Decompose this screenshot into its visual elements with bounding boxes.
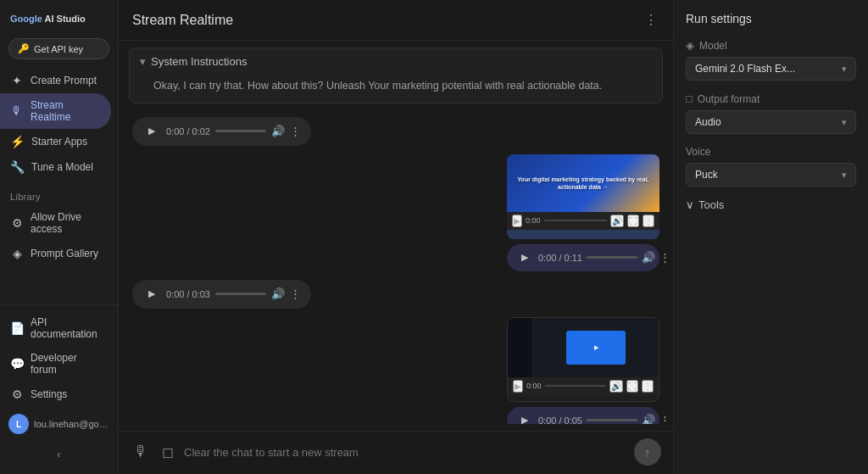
stream-realtime-icon: 🎙 [10, 104, 24, 118]
input-bar: 🎙 ◻ ↑ [119, 431, 673, 474]
audio-time-2: 0:00 / 0:03 [166, 289, 210, 299]
video-progress-2[interactable] [545, 385, 606, 387]
ai-audio-time-2: 0:00 / 0:05 [538, 415, 582, 424]
model-icon: ◈ [686, 39, 694, 52]
sidebar: Google AI Studio 🔑 Get API key ✦ Create … [0, 0, 119, 474]
volume-button-2[interactable]: 🔊 [271, 287, 285, 300]
more-button-audio-1[interactable]: ⋮ [290, 125, 301, 137]
main-header: Stream Realtime ⋮ [119, 0, 673, 41]
video-vol-2[interactable]: 🔊 [609, 380, 623, 393]
dev-forum-icon: 💬 [10, 357, 24, 371]
ai-audio-time-1: 0:00 / 0:11 [538, 253, 582, 263]
video-content-1: Your digital marketing strategy backed b… [507, 154, 659, 212]
sidebar-item-dev-forum[interactable]: 💬 Developer forum [0, 346, 111, 382]
dark-video-sidebar [508, 318, 533, 377]
microphone-button[interactable]: 🎙 [131, 440, 152, 464]
right-panel: Run settings ◈ Model Gemini 2.0 Flash Ex… [673, 0, 868, 474]
sidebar-item-starter-apps[interactable]: ⚡ Starter Apps [0, 129, 111, 154]
video-more-2[interactable]: ⋮ [642, 380, 654, 393]
avatar: L [8, 414, 29, 434]
settings-icon: ⚙ [10, 388, 24, 401]
send-button[interactable]: ↑ [634, 438, 661, 466]
video-thumbnail-2: ▶ ▶ 0:00 🔊 ⛶ ⋮ [507, 317, 659, 402]
gallery-icon: ◈ [10, 247, 24, 260]
video-play-2[interactable]: ▶ [513, 380, 523, 393]
model-label-row: ◈ Model [686, 39, 856, 52]
video-vol-1[interactable]: 🔊 [610, 215, 624, 227]
key-icon: 🔑 [18, 43, 30, 54]
model-section: ◈ Model Gemini 2.0 Flash Ex... ▾ [686, 39, 856, 81]
collapse-sidebar-button[interactable]: ‹ [0, 441, 118, 467]
voice-select[interactable]: Puck ▾ [686, 163, 856, 187]
output-format-icon: □ [686, 92, 693, 105]
sidebar-item-prompt-gallery[interactable]: ◈ Prompt Gallery [0, 241, 111, 266]
user-row[interactable]: L lou.linehan@googlemail... [0, 407, 118, 441]
video-play-1[interactable]: ▶ [512, 215, 522, 227]
ai-volume-1[interactable]: 🔊 [642, 251, 655, 264]
system-instructions-body: Okay, I can try that. How about this? Un… [130, 75, 662, 103]
main-more-button[interactable]: ⋮ [643, 10, 659, 30]
video-text-1: Your digital marketing strategy backed b… [507, 176, 659, 191]
sidebar-header: Google AI Studio [0, 7, 118, 35]
tools-header[interactable]: ∨ Tools [686, 198, 856, 211]
sidebar-bottom: 📄 API documentation 💬 Developer forum ⚙ … [0, 304, 118, 467]
voice-label: Voice [686, 146, 856, 158]
audio-progress-1[interactable] [215, 130, 266, 132]
user-email: lou.linehan@googlemail... [34, 419, 109, 429]
ai-response-block-2: ▶ ▶ 0:00 🔊 ⛶ ⋮ ▶ 0:00 / 0:05 [507, 317, 659, 424]
messages-container: ▶ 0:00 / 0:02 🔊 ⋮ Your digital marketing… [119, 110, 673, 424]
sidebar-item-allow-drive[interactable]: ⚙ Allow Drive access [0, 205, 111, 241]
video-controls-1: ▶ 0:00 🔊 ⛶ ⋮ [507, 212, 659, 230]
model-chevron-icon: ▾ [842, 64, 847, 75]
sidebar-item-stream-realtime[interactable]: 🎙 Stream Realtime [0, 93, 111, 129]
run-settings-title: Run settings [686, 12, 856, 25]
ai-audio-player-2: ▶ 0:00 / 0:05 🔊 ⋮ [507, 407, 659, 424]
video-progress-1[interactable] [544, 220, 607, 221]
audio-progress-2[interactable] [215, 293, 266, 295]
system-instructions-toggle[interactable]: ▾ System Instructions [130, 48, 662, 75]
user-audio-message-1: ▶ 0:00 / 0:02 🔊 ⋮ [132, 117, 311, 146]
ai-response-block-1: Your digital marketing strategy backed b… [507, 154, 659, 271]
audio-time-1: 0:00 / 0:02 [166, 126, 210, 137]
voice-section: Voice Puck ▾ [686, 146, 856, 187]
output-format-label-row: □ Output format [686, 92, 856, 105]
chevron-icon: ▾ [140, 55, 146, 68]
ai-audio-player-1: ▶ 0:00 / 0:11 🔊 ⋮ [507, 244, 659, 271]
page-title: Stream Realtime [132, 13, 233, 28]
video-controls-2: ▶ 0:00 🔊 ⛶ ⋮ [508, 377, 659, 395]
video-more-1[interactable]: ⋮ [643, 215, 654, 227]
attach-button[interactable]: ◻ [159, 440, 177, 465]
sidebar-item-settings[interactable]: ⚙ Settings [0, 382, 111, 407]
sidebar-item-create-prompt[interactable]: ✦ Create Prompt [0, 68, 111, 93]
get-api-key-button[interactable]: 🔑 Get API key [8, 38, 109, 59]
ai-audio-progress-2[interactable] [587, 419, 637, 421]
dark-video-card: ▶ [566, 331, 626, 365]
chat-input[interactable] [184, 446, 627, 459]
play-button-1[interactable]: ▶ [142, 122, 161, 141]
sidebar-item-tune-a-model[interactable]: 🔧 Tune a Model [0, 154, 111, 180]
main-panel: Stream Realtime ⋮ ▾ System Instructions … [119, 0, 673, 474]
ai-play-button-1[interactable]: ▶ [515, 248, 534, 267]
video-expand-2[interactable]: ⛶ [626, 380, 638, 393]
sidebar-item-api-docs[interactable]: 📄 API documentation [0, 310, 111, 346]
ai-audio-progress-1[interactable] [587, 256, 637, 259]
library-section-label: Library [0, 180, 118, 205]
ai-more-1[interactable]: ⋮ [659, 251, 670, 264]
ai-play-button-2[interactable]: ▶ [515, 411, 534, 424]
play-button-2[interactable]: ▶ [142, 285, 161, 304]
app-logo: Google AI Studio [10, 14, 86, 25]
create-prompt-icon: ✦ [10, 74, 24, 87]
output-format-section: □ Output format Audio ▾ [686, 92, 856, 134]
ai-more-2[interactable]: ⋮ [659, 414, 670, 424]
ai-volume-2[interactable]: 🔊 [642, 414, 655, 424]
more-button-audio-2[interactable]: ⋮ [290, 287, 301, 300]
video-time-1: 0:00 [526, 216, 541, 225]
volume-button-1[interactable]: 🔊 [271, 125, 285, 137]
output-format-select[interactable]: Audio ▾ [686, 110, 856, 134]
drive-icon: ⚙ [10, 216, 24, 230]
video-expand-1[interactable]: ⛶ [627, 215, 639, 227]
chat-area: ▾ System Instructions Okay, I can try th… [119, 41, 673, 431]
output-format-chevron-icon: ▾ [842, 117, 847, 128]
api-docs-icon: 📄 [10, 321, 24, 335]
model-select[interactable]: Gemini 2.0 Flash Ex... ▾ [686, 57, 856, 81]
